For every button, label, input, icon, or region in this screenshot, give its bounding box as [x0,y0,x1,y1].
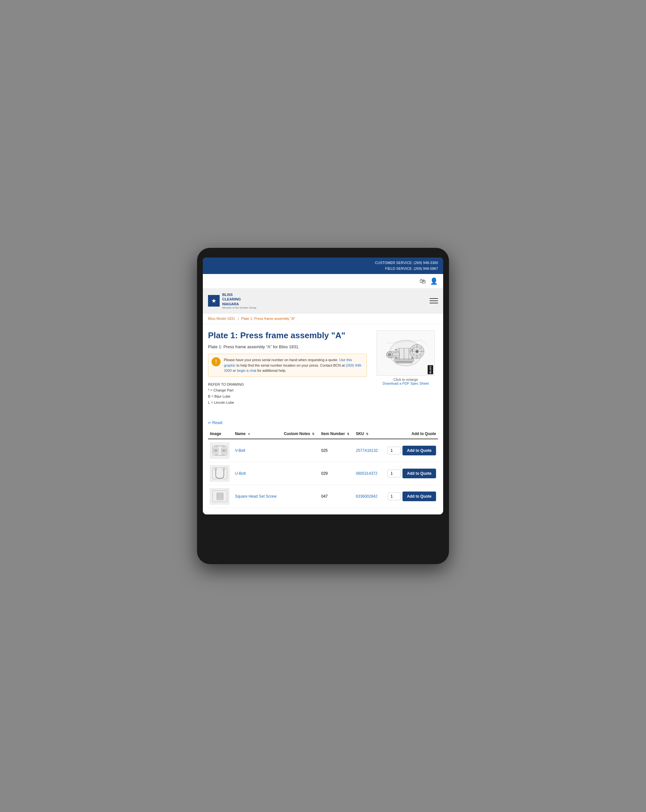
cell-sku: 2577A16132 [354,439,382,462]
cell-name: V-Belt [233,439,282,462]
cell-image [208,439,233,462]
breadcrumb: Bliss Model 1831 | Plate 1: Press frame … [203,313,443,324]
add-quote-cell: Add to Quote [384,469,436,478]
col-name[interactable]: Name ▼ [233,429,282,439]
svg-rect-15 [396,362,412,363]
add-to-quote-button[interactable]: Add to Quote [403,469,436,478]
part-name-link[interactable]: V-Belt [235,448,245,453]
cart-icon[interactable]: 🛍 [419,278,426,285]
col-sku[interactable]: SKU ⇅ [354,429,382,439]
part-thumbnail[interactable] [210,488,229,504]
logo-sub: Member of the Schuler Group [222,306,256,309]
main-content: Plate 1: Press frame assembly "A" Plate … [203,324,443,417]
add-quote-cell: Add to Quote [384,446,436,455]
cell-add-to-quote: Add to Quote [382,439,438,462]
cell-custom-notes [282,439,320,462]
qty-input[interactable] [387,470,401,477]
cell-sku: 0605314372 [354,462,382,485]
table-header-row: Image Name ▼ Custom Notes ⇅ Item Number … [208,429,438,439]
cell-image [208,485,233,508]
machine-illustration [380,334,432,372]
svg-line-24 [422,340,427,345]
field-service-text: FIELD SERVICE: (269) 948-5867 [208,266,438,272]
product-description: Plate 1: Press frame assembly “A” for Bl… [208,344,367,349]
add-to-quote-button[interactable]: Add to Quote [403,446,436,455]
bliss-badge: BLISS [428,365,433,374]
tablet-screen: CUSTOMER SERVICE: (269) 948-3300 FIELD S… [203,258,443,514]
drawing-reference: REFER TO DRAWING * = Change Part B = Bij… [208,382,367,406]
cell-name: U-Bolt [233,462,282,485]
cell-image [208,462,233,485]
warning-icon: ! [211,357,220,366]
customer-service-text: CUSTOMER SERVICE: (269) 948-3300 [208,260,438,266]
svg-rect-35 [215,468,217,470]
svg-rect-36 [223,468,225,470]
table-row: Square Head Set Screw 047 6336002842 Add… [208,485,438,508]
drawing-ref-1: * = Change Part [208,387,367,394]
drawing-ref-2: B = Bijur Lube [208,394,367,400]
svg-point-31 [222,449,225,452]
sku-sort-icon: ⇅ [366,432,369,436]
cell-name: Square Head Set Screw [233,485,282,508]
image-caption: Click to enlarge [393,378,418,382]
sku-link[interactable]: 6336002842 [356,494,378,499]
breadcrumb-current: Plate 1: Press frame assembly "A" [241,317,295,321]
cell-custom-notes [282,485,320,508]
logo-area: ★ BLISS CLEARING NIAGARA Member of the S… [208,292,256,309]
parts-table: Image Name ▼ Custom Notes ⇅ Item Number … [208,429,438,508]
cell-item-number: 025 [320,439,354,462]
reset-button[interactable]: ↩ Reset [208,421,222,425]
custom-notes-sort-icon: ⇅ [312,432,315,436]
col-add-to-quote: Add to Quote [382,429,438,439]
top-bar: CUSTOMER SERVICE: (269) 948-3300 FIELD S… [203,258,443,274]
svg-point-17 [412,349,413,351]
svg-point-11 [388,353,391,356]
cell-custom-notes [282,462,320,485]
product-image-container[interactable]: BLISS [377,330,435,375]
notice-text: Please have your press serial number on … [224,357,363,373]
qty-input[interactable] [387,493,401,500]
sku-link[interactable]: 2577A16132 [356,448,378,453]
col-custom-notes[interactable]: Custom Notes ⇅ [282,429,320,439]
content-left: Plate 1: Press frame assembly "A" Plate … [208,330,367,405]
part-name-link[interactable]: U-Bolt [235,471,245,476]
col-item-number[interactable]: Item Number ⇅ [320,429,354,439]
table-row: V-Belt 025 2577A16132 Add to Quote [208,439,438,462]
qty-input[interactable] [387,447,401,455]
chat-link[interactable]: begin a chat [237,369,256,372]
drawing-ref-title: REFER TO DRAWING [208,382,367,388]
utility-bar: 🛍 👤 [203,274,443,288]
account-icon[interactable]: 👤 [430,277,438,285]
add-to-quote-button[interactable]: Add to Quote [403,491,436,501]
cell-item-number: 047 [320,485,354,508]
add-quote-cell: Add to Quote [384,491,436,501]
table-row: U-Bolt 029 0605314372 Add to Quote [208,462,438,485]
col-image: Image [208,429,233,439]
tablet-frame: CUSTOMER SERVICE: (269) 948-3300 FIELD S… [197,248,449,564]
content-grid: Plate 1: Press frame assembly "A" Plate … [208,330,438,405]
item-number-sort-icon: ⇅ [347,432,349,436]
logo-text: BLISS CLEARING NIAGARA [222,292,256,306]
logo-star-icon: ★ [208,295,220,307]
part-thumbnail[interactable] [210,443,229,459]
name-sort-icon: ▼ [247,432,250,436]
hamburger-menu[interactable] [430,298,438,304]
drawing-ref-3: L = Lincoln Lube [208,400,367,406]
cell-add-to-quote: Add to Quote [382,462,438,485]
table-section: ↩ Reset Image Name ▼ Custom Notes ⇅ [203,417,443,514]
svg-point-16 [395,349,396,351]
cell-item-number: 029 [320,462,354,485]
nav-bar: ★ BLISS CLEARING NIAGARA Member of the S… [203,288,443,313]
notice-box: ! Please have your press serial number o… [208,354,367,377]
part-thumbnail[interactable] [210,466,229,482]
breadcrumb-separator: | [238,317,239,321]
cell-add-to-quote: Add to Quote [382,485,438,508]
sku-link[interactable]: 0605314372 [356,471,378,476]
svg-point-30 [214,449,217,452]
content-right: BLISS Click to enlarge Download a PDF Sp… [374,330,438,405]
part-name-link[interactable]: Square Head Set Screw [235,494,277,499]
svg-point-19 [412,357,413,359]
pdf-spec-sheet-link[interactable]: Download a PDF Spec Sheet [383,382,429,385]
breadcrumb-parent[interactable]: Bliss Model 1831 [208,317,235,321]
svg-point-18 [395,357,396,359]
